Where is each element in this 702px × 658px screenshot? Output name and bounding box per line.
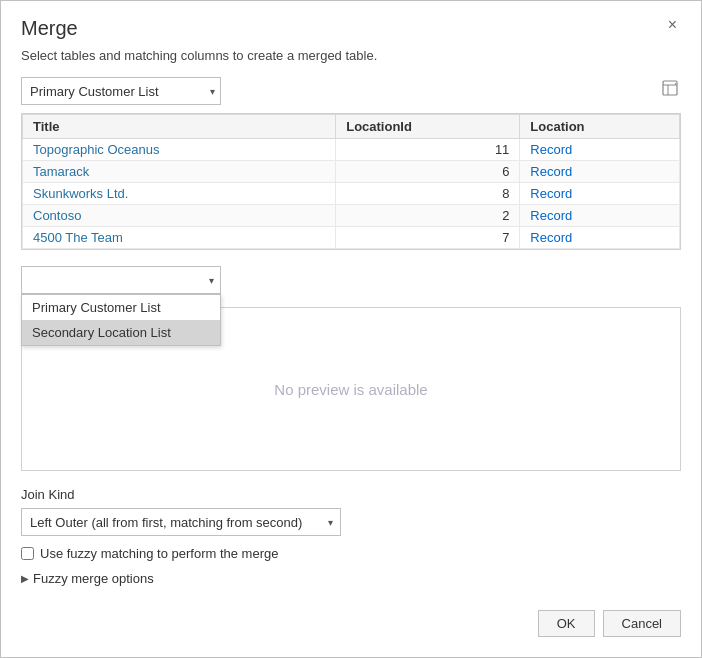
cell-locationid: 2	[336, 205, 520, 227]
secondary-dropdown-list: Primary Customer List Secondary Location…	[21, 294, 221, 346]
dialog-title: Merge	[21, 17, 78, 40]
title-bar: Merge ×	[21, 17, 681, 40]
cancel-button[interactable]: Cancel	[603, 610, 681, 637]
table-settings-icon	[661, 79, 679, 97]
merge-dialog: Merge × Select tables and matching colum…	[0, 0, 702, 658]
dropdown-option-secondary-location[interactable]: Secondary Location List	[22, 320, 220, 345]
cell-title: Contoso	[23, 205, 336, 227]
col-location: Location	[520, 115, 680, 139]
join-kind-section: Join Kind Left Outer (all from first, ma…	[21, 487, 681, 536]
fuzzy-options-label: Fuzzy merge options	[33, 571, 154, 586]
ok-button[interactable]: OK	[538, 610, 595, 637]
cell-locationid: 11	[336, 139, 520, 161]
cell-location: Record	[520, 139, 680, 161]
cell-title: Tamarack	[23, 161, 336, 183]
cell-title: 4500 The Team	[23, 227, 336, 249]
cell-location: Record	[520, 205, 680, 227]
join-kind-label: Join Kind	[21, 487, 681, 502]
dropdown-option-primary-customer[interactable]: Primary Customer List	[22, 295, 220, 320]
table-row: Skunkworks Ltd.8Record	[23, 183, 680, 205]
cell-locationid: 8	[336, 183, 520, 205]
secondary-dropdown-wrapper: ▾ Primary Customer List Secondary Locati…	[21, 266, 221, 294]
col-locationid: LocationId	[336, 115, 520, 139]
dialog-subtitle: Select tables and matching columns to cr…	[21, 48, 681, 63]
no-preview-label: No preview is available	[274, 381, 427, 398]
cell-location: Record	[520, 161, 680, 183]
dialog-footer: OK Cancel	[21, 602, 681, 637]
close-button[interactable]: ×	[664, 17, 681, 33]
fuzzy-options-chevron-icon: ▶	[21, 573, 29, 584]
join-dropdown-wrapper: Left Outer (all from first, matching fro…	[21, 508, 341, 536]
primary-data-table: Title LocationId Location Topographic Oc…	[22, 114, 680, 249]
table-row: Tamarack6Record	[23, 161, 680, 183]
primary-table-container: Title LocationId Location Topographic Oc…	[21, 113, 681, 250]
secondary-table-dropdown[interactable]: ▾	[21, 266, 221, 294]
col-title: Title	[23, 115, 336, 139]
table-row: 4500 The Team7Record	[23, 227, 680, 249]
cell-title: Topographic Oceanus	[23, 139, 336, 161]
primary-table-dropdown[interactable]: Primary Customer List Secondary Location…	[21, 77, 221, 105]
table-row: Contoso2Record	[23, 205, 680, 227]
fuzzy-checkbox-row: Use fuzzy matching to perform the merge	[21, 546, 681, 561]
cell-location: Record	[520, 183, 680, 205]
cell-locationid: 7	[336, 227, 520, 249]
table-row: Topographic Oceanus11Record	[23, 139, 680, 161]
fuzzy-options-row[interactable]: ▶ Fuzzy merge options	[21, 571, 681, 586]
secondary-dropdown-chevron-icon: ▾	[209, 275, 214, 286]
fuzzy-checkbox-label[interactable]: Use fuzzy matching to perform the merge	[40, 546, 278, 561]
join-kind-dropdown[interactable]: Left Outer (all from first, matching fro…	[21, 508, 341, 536]
table-icon-button[interactable]	[659, 77, 681, 103]
cell-location: Record	[520, 227, 680, 249]
cell-title: Skunkworks Ltd.	[23, 183, 336, 205]
primary-dropdown-wrapper: Primary Customer List Secondary Location…	[21, 77, 221, 105]
cell-locationid: 6	[336, 161, 520, 183]
primary-section-row: Primary Customer List Secondary Location…	[21, 77, 681, 105]
fuzzy-checkbox[interactable]	[21, 547, 34, 560]
secondary-section: ▾ Primary Customer List Secondary Locati…	[21, 266, 681, 297]
